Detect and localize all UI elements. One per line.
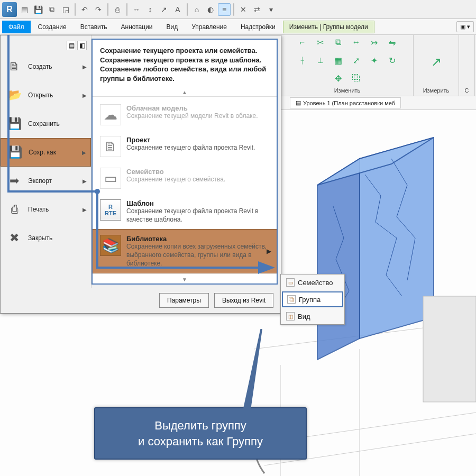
file-menu-print[interactable]: ⎙ Печать ▶	[1, 195, 91, 224]
label: Создать	[28, 63, 52, 70]
library-icon: 📚	[100, 235, 121, 256]
qat-open-icon[interactable]: ▤	[18, 3, 31, 16]
file-menu-save[interactable]: 💾 Сохранить	[1, 109, 91, 138]
qat-close-icon[interactable]: ✕	[237, 3, 250, 16]
label: Сохр. как	[29, 149, 56, 156]
qat-separator	[75, 3, 76, 16]
tab-view[interactable]: Вид	[160, 21, 185, 33]
qat-text-icon[interactable]: A	[171, 3, 184, 16]
file-menu-sidebar: ▤ ◧ 🗎 Создать ▶ 📂 Открыть ▶ 💾 Сохранить …	[1, 35, 91, 288]
scale-icon[interactable]: ⤢	[349, 52, 364, 68]
saveas-family[interactable]: ▭ Семейство Сохранение текущего семейств…	[93, 162, 277, 194]
qat-thinlines-icon[interactable]: ≡	[218, 3, 231, 16]
trim-icon[interactable]: ⟂	[313, 52, 328, 68]
measure-icon[interactable]: ↗	[425, 50, 448, 74]
qat-separator	[107, 3, 108, 16]
label: Закрыть	[28, 234, 52, 242]
file-menu-submenu: Сохранение текущего проекта или семейств…	[91, 39, 278, 285]
qat-section-icon[interactable]: ◐	[204, 3, 217, 16]
options-button[interactable]: Параметры	[159, 293, 209, 308]
title: Облачная модель	[126, 104, 258, 112]
qat-save-icon[interactable]: 💾	[32, 3, 44, 16]
folder-open-icon: 📂	[6, 87, 23, 104]
pin-small-icon[interactable]: ◧	[77, 41, 87, 50]
qat-align-icon[interactable]: ↕	[144, 3, 157, 16]
qat-measure-icon[interactable]: ↔	[130, 3, 143, 16]
chevron-right-icon: ▶	[83, 64, 87, 70]
tab-file[interactable]: Файл	[2, 21, 31, 33]
export-icon: ➡	[6, 172, 23, 189]
print-icon: ⎙	[6, 201, 23, 218]
tab-create[interactable]: Создание	[32, 21, 73, 33]
split-icon[interactable]: ⟊	[295, 52, 310, 68]
copy-icon[interactable]: ⿻	[349, 70, 364, 86]
qat-separator	[126, 3, 127, 16]
scroll-down-icon[interactable]: ▼	[93, 276, 277, 283]
label: Группа	[299, 296, 321, 304]
tab-modify-groups[interactable]: Изменить | Группы модели	[283, 21, 374, 33]
title: Проект	[126, 136, 255, 144]
ribbon-panel-c: С	[459, 35, 475, 96]
recent-small-icon[interactable]: ▤	[67, 41, 76, 50]
ribbon-panel-measure: ↗ Измерить	[414, 35, 459, 96]
tab-addins[interactable]: Надстройки	[234, 21, 282, 33]
align-icon[interactable]: ↔	[349, 34, 364, 50]
tab-manage[interactable]: Управление	[185, 21, 233, 33]
label: Печать	[28, 206, 49, 213]
ribbon-panel-modify: ⌐ ✂ ⧉ ↔ ↣ ⇋ ⟊ ⟂ ▦ ⤢ ✦ ↻ ✥ ⿻ Изменить	[281, 35, 414, 96]
qat-3d-icon[interactable]: ⌂	[190, 3, 203, 16]
mirror-icon[interactable]: ⇋	[385, 34, 400, 50]
title: Библиотека	[126, 235, 269, 243]
family-small-icon: ▭	[286, 278, 295, 287]
library-save-view[interactable]: ◫ Вид	[281, 308, 344, 324]
library-save-family[interactable]: ▭ Семейство	[281, 274, 344, 290]
saveas-template[interactable]: RRTE Шаблон Сохранение текущего файла пр…	[93, 194, 277, 229]
saveas-cloud-model[interactable]: ☁ Облачная модель Сохранение текущей мод…	[93, 99, 277, 131]
plan-icon: ▤	[296, 99, 301, 106]
library-save-group[interactable]: ⿻ Группа	[282, 291, 343, 307]
submenu-heading: Сохранение текущего проекта или семейств…	[93, 40, 277, 88]
qat-switch-icon[interactable]: ⇄	[251, 3, 263, 16]
label: Сохранить	[28, 120, 60, 127]
file-menu-create[interactable]: 🗎 Создать ▶	[1, 52, 91, 81]
move-icon[interactable]: ✥	[331, 70, 346, 86]
project-icon: 🗎	[100, 136, 121, 157]
scroll-up-icon[interactable]: ▲	[93, 88, 277, 96]
cut-icon[interactable]: ✂	[313, 34, 328, 50]
tab-insert[interactable]: Вставить	[74, 21, 114, 33]
qat-sync-icon[interactable]: ◲	[59, 3, 72, 16]
file-menu-open[interactable]: 📂 Открыть ▶	[1, 81, 91, 109]
file-menu: ▤ ◧ 🗎 Создать ▶ 📂 Открыть ▶ 💾 Сохранить …	[0, 35, 281, 314]
qat-print-icon[interactable]: ⎙	[111, 3, 124, 16]
desc: Сохранение текущего файла проекта Revit …	[126, 207, 269, 224]
saveas-project[interactable]: 🗎 Проект Сохранение текущего файла проек…	[93, 131, 277, 162]
rotate-icon[interactable]: ↻	[385, 52, 400, 68]
label: Экспорт	[28, 177, 52, 185]
qat-dropdown-icon[interactable]: ▾	[264, 3, 277, 16]
qat-dim-icon[interactable]: ↗	[158, 3, 170, 16]
callout-line1: Выделить группу	[100, 418, 300, 434]
view-tab[interactable]: ▤ Уровень 1 (План расстановки меб	[290, 97, 401, 108]
qat-redo-icon[interactable]: ↷	[92, 3, 105, 16]
qat-undo-icon[interactable]: ↶	[78, 3, 91, 16]
cope-icon[interactable]: ⌐	[295, 34, 310, 50]
array-icon[interactable]: ▦	[331, 52, 346, 68]
close-file-icon: ✖	[6, 230, 23, 246]
exit-revit-button[interactable]: Выход из Revit	[214, 293, 273, 308]
ribbon-panel-label: Измерить	[423, 86, 450, 95]
ribbon-tray-icon[interactable]: ▣ ▾	[456, 21, 474, 32]
file-menu-export[interactable]: ➡ Экспорт ▶	[1, 167, 91, 195]
ribbon-panel-label: С	[465, 86, 469, 95]
join-icon[interactable]: ⧉	[331, 34, 346, 50]
tab-annotations[interactable]: Аннотации	[115, 21, 159, 33]
library-submenu: ▭ Семейство ⿻ Группа ◫ Вид	[280, 274, 345, 325]
file-menu-saveas[interactable]: 💾 Сохр. как ▶	[1, 138, 91, 167]
file-menu-close[interactable]: ✖ Закрыть	[1, 224, 91, 252]
offset-icon[interactable]: ↣	[367, 34, 382, 50]
cloud-icon: ☁	[100, 104, 121, 125]
pin-icon[interactable]: ✦	[367, 52, 382, 68]
label: Открыть	[28, 91, 53, 99]
saveas-library[interactable]: 📚 Библиотека Сохранение копии всех загру…	[93, 229, 277, 273]
callout-line2: и сохранить как Группу	[100, 434, 300, 450]
qat-saveall-icon[interactable]: ⧉	[45, 3, 58, 16]
